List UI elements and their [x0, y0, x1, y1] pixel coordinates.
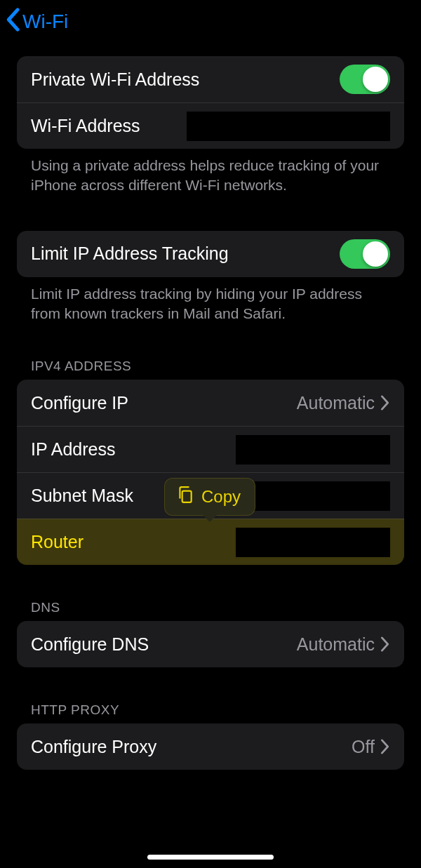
switch-private-wifi[interactable] — [340, 65, 390, 94]
copy-label: Copy — [201, 487, 241, 507]
row-label: Configure IP — [31, 393, 128, 413]
group-dns: Configure DNS Automatic — [17, 621, 404, 667]
row-router[interactable]: Copy Router — [17, 519, 404, 565]
row-value: Off — [352, 737, 375, 757]
row-limit-ip-tracking[interactable]: Limit IP Address Tracking — [17, 231, 404, 277]
row-value: Automatic — [297, 634, 375, 655]
group-ipv4: Configure IP Automatic IP Address Subnet… — [17, 380, 404, 565]
row-label: Router — [31, 532, 83, 552]
subnet-mask-redacted — [243, 481, 390, 511]
chevron-left-icon — [4, 8, 21, 36]
chevron-right-icon — [380, 636, 390, 652]
ip-address-redacted — [236, 435, 390, 465]
back-button[interactable]: Wi-Fi — [4, 8, 68, 36]
nav-bar: Wi-Fi — [0, 0, 421, 44]
chevron-right-icon — [380, 739, 390, 754]
row-label: IP Address — [31, 439, 115, 460]
row-label: Limit IP Address Tracking — [31, 243, 229, 264]
section-header-ipv4: IPV4 ADDRESS — [17, 359, 404, 380]
group-private-wifi: Private Wi-Fi Address Wi-Fi Address — [17, 56, 404, 149]
nav-title-redacted — [131, 8, 293, 35]
group-limit-ip: Limit IP Address Tracking — [17, 231, 404, 277]
wifi-address-redacted — [187, 112, 390, 141]
row-label: Private Wi-Fi Address — [31, 69, 199, 90]
back-label: Wi-Fi — [22, 11, 68, 33]
switch-limit-ip[interactable] — [340, 239, 390, 269]
copy-icon — [176, 486, 194, 508]
row-ip-address[interactable]: IP Address — [17, 426, 404, 472]
router-redacted — [236, 528, 390, 557]
note-private-wifi: Using a private address helps reduce tra… — [17, 149, 404, 196]
note-limit-ip: Limit IP address tracking by hiding your… — [17, 277, 404, 324]
row-wifi-address[interactable]: Wi-Fi Address — [17, 102, 404, 149]
chevron-right-icon — [380, 395, 390, 410]
row-configure-ip[interactable]: Configure IP Automatic — [17, 380, 404, 426]
home-indicator[interactable] — [147, 855, 274, 860]
copy-popup[interactable]: Copy — [164, 478, 255, 516]
row-configure-proxy[interactable]: Configure Proxy Off — [17, 723, 404, 770]
row-label: Configure DNS — [31, 634, 149, 655]
section-header-http-proxy: HTTP PROXY — [17, 702, 404, 723]
row-label: Wi-Fi Address — [31, 116, 140, 136]
svg-rect-0 — [182, 491, 192, 502]
row-value: Automatic — [297, 393, 375, 413]
row-configure-dns[interactable]: Configure DNS Automatic — [17, 621, 404, 667]
group-proxy: Configure Proxy Off — [17, 723, 404, 770]
row-private-wifi-address[interactable]: Private Wi-Fi Address — [17, 56, 404, 102]
row-label: Configure Proxy — [31, 737, 156, 757]
section-header-dns: DNS — [17, 600, 404, 621]
row-label: Subnet Mask — [31, 486, 133, 506]
